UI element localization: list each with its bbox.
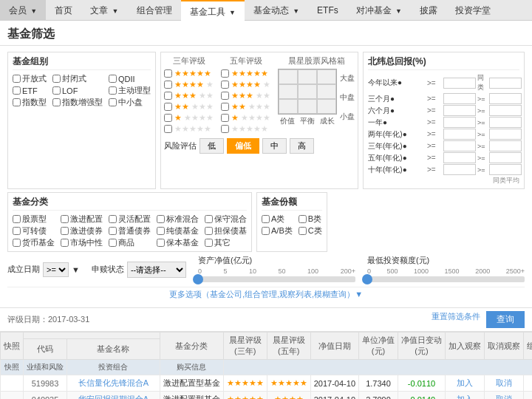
ret-1y-input1[interactable] (443, 117, 476, 128)
cb-open[interactable]: 开放式 (13, 73, 47, 84)
cb-norm-bond[interactable]: 普通债券 (109, 225, 151, 236)
cb-class-ab[interactable]: A/B类 (262, 225, 293, 236)
nav-fund-tools[interactable]: 基金工具 ▼ (181, 0, 245, 21)
cb-guar-bond[interactable]: 担保债基 (205, 225, 247, 236)
ret-10y-input2[interactable] (489, 164, 522, 175)
nav-portfolio[interactable]: 组合管理 (128, 0, 181, 21)
cb-commodity[interactable]: 商品 (109, 237, 151, 248)
ms-cell-4[interactable] (298, 84, 317, 99)
cb-smallcap[interactable]: 中小盘 (109, 97, 151, 108)
cb-index[interactable]: 指数型 (13, 97, 47, 108)
rating5-row4[interactable]: ★★★★★ (221, 80, 270, 89)
nav-fund-news[interactable]: 基金动态 ▼ (245, 0, 308, 21)
ms-cell-5[interactable] (317, 84, 336, 99)
ms-cell-6[interactable] (279, 99, 298, 114)
cb-equity[interactable]: 股票型 (13, 214, 55, 225)
fund-type-title: 基金组别 (13, 55, 151, 70)
query-button[interactable]: 查询 (486, 311, 525, 328)
nav-home[interactable]: 首页 (46, 0, 81, 21)
ms-cell-1[interactable] (298, 69, 317, 84)
rating5-row3[interactable]: ★★★★★ (221, 91, 270, 100)
ret-ytd-input2[interactable] (489, 78, 522, 89)
subscribe-status-select[interactable]: --请选择-- 正常申购 暂停申购 限额申购 (127, 262, 186, 278)
ms-cell-8[interactable] (317, 99, 336, 114)
rating3-row1[interactable]: ★★★★★ (164, 113, 214, 123)
ret-5y-op1: >= (427, 154, 442, 162)
cell-add-fav[interactable]: 加入 (446, 375, 485, 392)
reset-filter-link[interactable]: 重置筛选条件 (432, 311, 480, 328)
cb-pure-bond[interactable]: 纯债基金 (157, 225, 199, 236)
min-invest-slider[interactable] (367, 276, 525, 282)
cb-convert[interactable]: 可转债 (13, 225, 55, 236)
cell-add-fav[interactable]: 加入 (446, 392, 485, 400)
cell-name[interactable]: 长信量化先锋混合A (67, 375, 160, 392)
rating3-row3[interactable]: ★★★★★ (164, 91, 214, 100)
ret-3y-input1[interactable] (443, 140, 476, 151)
ret-3m-input1[interactable] (443, 93, 476, 104)
risk-high[interactable]: 高 (290, 138, 314, 154)
more-options-link[interactable]: 更多选项（基金公司,组合管理,观察列表,模糊查询）▼ (7, 287, 525, 301)
ms-cell-0[interactable] (279, 69, 298, 84)
ret-5y-input2[interactable] (489, 152, 522, 163)
cb-class-c[interactable]: C类 (299, 225, 322, 236)
cb-money[interactable]: 货币基金 (13, 237, 55, 248)
ret-6m-input1[interactable] (443, 105, 476, 116)
cb-neutral[interactable]: 市场中性 (61, 237, 103, 248)
rating3-row4[interactable]: ★★★★★ (164, 80, 214, 89)
ret-5y-input1[interactable] (443, 152, 476, 163)
rating5-row1[interactable]: ★★★★★ (221, 113, 270, 123)
nav-disclosure[interactable]: 披露 (411, 0, 446, 21)
risk-medium-low[interactable]: 偏低 (227, 138, 259, 154)
nav-hedge[interactable]: 对冲基金 ▼ (347, 0, 411, 21)
risk-medium[interactable]: 中 (262, 138, 287, 154)
risk-low[interactable]: 低 (200, 138, 224, 154)
cb-aggressive[interactable]: 激进配置 (61, 214, 103, 225)
ms-cell-2[interactable] (317, 69, 336, 84)
cb-lof[interactable]: LOF (52, 85, 103, 96)
col-add-fav: 加入观察 (446, 332, 485, 360)
cb-etf[interactable]: ETF (13, 85, 47, 96)
ret-3m-input2[interactable] (489, 93, 522, 104)
cell-cancel-fav[interactable]: 取消 (485, 375, 524, 392)
rating3-row5[interactable]: ★★★★★ (164, 69, 214, 78)
cell-nav-date: 2017-04-10 (310, 375, 358, 392)
cb-active[interactable]: 主动理型 (109, 85, 151, 96)
cell-rating3: ★★★★★ (223, 392, 267, 400)
cb-qdii[interactable]: QDII (109, 73, 151, 84)
asset-slider[interactable] (198, 276, 355, 282)
cell-portfolio-add[interactable]: 组合 (524, 375, 532, 392)
establish-date-op[interactable]: >= <= = (43, 262, 69, 277)
cb-std-mixed[interactable]: 标准混合 (157, 214, 199, 225)
ret-ytd-input1[interactable] (443, 78, 476, 89)
rating5-row0[interactable]: ★★★★★ (221, 124, 270, 134)
nav-member[interactable]: 会员 ▼ (0, 0, 46, 21)
ret-2y-input1[interactable] (443, 129, 476, 140)
ret-2y-input2[interactable] (489, 129, 522, 140)
cb-cons-mixed[interactable]: 保守混合 (205, 214, 247, 225)
ms-label-large: 大盘 (340, 73, 355, 83)
cell-name[interactable]: 华安回报混期混合A (67, 392, 160, 400)
cell-portfolio-add[interactable]: 组合 (524, 392, 532, 400)
cb-capital-prot[interactable]: 保本基金 (157, 237, 199, 248)
rating3-row2[interactable]: ★★★★★ (164, 102, 214, 112)
cb-agg-bond[interactable]: 激进债券 (61, 225, 103, 236)
ret-3y-input2[interactable] (489, 140, 522, 151)
nav-education[interactable]: 投资学堂 (446, 0, 499, 21)
ms-cell-7[interactable] (298, 99, 317, 114)
rating3-row0[interactable]: ★★★★★ (164, 124, 214, 134)
cb-other[interactable]: 其它 (205, 237, 247, 248)
rating5-row5[interactable]: ★★★★★ (221, 69, 270, 78)
ms-cell-3[interactable] (279, 84, 298, 99)
ret-10y-input1[interactable] (443, 164, 476, 175)
cb-flexible[interactable]: 灵活配置 (109, 214, 151, 225)
rating5-row2[interactable]: ★★★★★ (221, 102, 270, 112)
cb-enhanced[interactable]: 指数增强型 (52, 97, 103, 108)
cb-class-a[interactable]: A类 (262, 214, 293, 225)
cb-class-b[interactable]: B类 (299, 214, 322, 225)
ret-1y-input2[interactable] (489, 117, 522, 128)
cell-cancel-fav[interactable]: 取消 (485, 392, 524, 400)
ret-6m-input2[interactable] (489, 105, 522, 116)
nav-articles[interactable]: 文章 ▼ (81, 0, 127, 21)
nav-etf[interactable]: ETFs (308, 0, 347, 21)
cb-closed[interactable]: 封闭式 (52, 73, 103, 84)
